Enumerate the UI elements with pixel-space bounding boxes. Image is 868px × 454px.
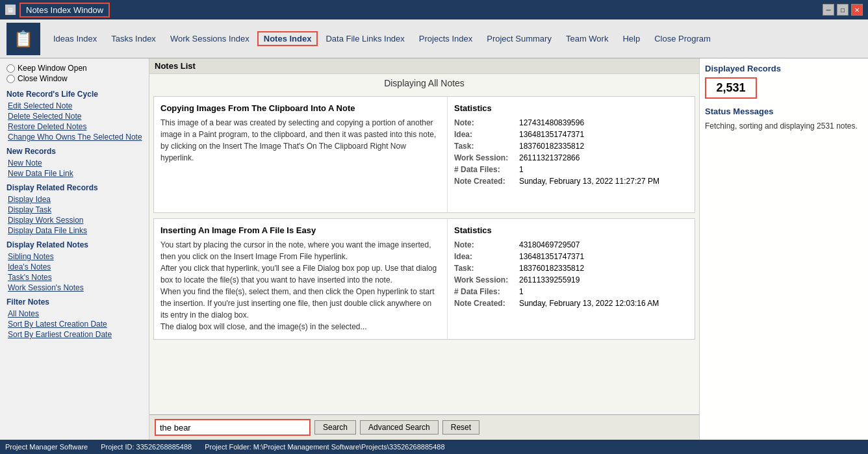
filter-notes-section-title: Filter Notes (6, 297, 142, 307)
sort-latest-link[interactable]: Sort By Latest Creation Date (6, 320, 142, 329)
status-bar: Project Manager Software Project ID: 335… (0, 440, 868, 454)
menu-item-data-file-links-index[interactable]: Data File Links Index (319, 31, 411, 46)
sort-earliest-link[interactable]: Sort By Earliest Creation Date (6, 330, 142, 339)
keep-window-radio-input[interactable] (6, 64, 15, 73)
display-related-notes-section-title: Display Related Notes (6, 240, 142, 249)
stat-note-1: Note: 127431480839596 (454, 118, 688, 127)
display-work-session-link[interactable]: Display Work Session (6, 216, 142, 225)
status-message-text: Fetching, sorting and displaying 2531 no… (705, 120, 863, 132)
close-window-radio-input[interactable] (6, 75, 15, 83)
menu-item-team-work[interactable]: Team Work (559, 31, 615, 46)
note-stats-2: Statistics Note: 43180469729507 Idea: 13… (448, 219, 695, 339)
stat-data-files-2: # Data Files: 1 (454, 287, 688, 296)
keep-window-label: Keep Window Open (18, 64, 87, 73)
display-idea-link[interactable]: Display Idea (6, 195, 142, 204)
displayed-records-title: Displayed Records (705, 64, 863, 73)
sibling-notes-link[interactable]: Sibling Notes (6, 252, 142, 261)
restore-button[interactable]: □ (837, 4, 849, 16)
search-button[interactable]: Search (314, 420, 356, 435)
delete-selected-note-link[interactable]: Delete Selected Note (6, 112, 142, 121)
stat-idea-1: Idea: 136481351747371 (454, 130, 688, 139)
stat-task-2: Task: 183760182335812 (454, 264, 688, 273)
menu-bar: 📋 Ideas Index Tasks Index Work Sessions … (0, 19, 868, 58)
left-panel: Keep Window Open Close Window Note Recor… (0, 58, 149, 440)
window-title: Notes Index Window (19, 3, 110, 18)
menu-item-help[interactable]: Help (616, 31, 646, 46)
work-sessions-notes-link[interactable]: Work Session's Notes (6, 283, 142, 292)
note-card-1[interactable]: Copying Images From The Clipboard Into A… (153, 96, 695, 213)
ideas-notes-link[interactable]: Idea's Notes (6, 262, 142, 271)
close-window-radio[interactable]: Close Window (6, 74, 142, 83)
menu-item-projects-index[interactable]: Projects Index (413, 31, 479, 46)
reset-button[interactable]: Reset (442, 420, 479, 435)
change-owner-link[interactable]: Change Who Owns The Selected Note (6, 132, 142, 142)
note-title-2: Inserting An Image From A File Is Easy (160, 225, 440, 235)
title-bar: 🖥 Notes Index Window ─ □ ✕ (0, 0, 868, 19)
note-text-2: You start by placing the cursor in the n… (160, 239, 440, 333)
close-window-label: Close Window (18, 74, 68, 83)
edit-selected-note-link[interactable]: Edit Selected Note (6, 101, 142, 110)
note-text-1: This image of a bear was created by sele… (160, 117, 440, 164)
window-controls: ─ □ ✕ (823, 4, 863, 16)
right-panel: Displayed Records 2,531 Status Messages … (699, 58, 868, 440)
note-content-1: Copying Images From The Clipboard Into A… (154, 97, 448, 212)
stat-idea-2: Idea: 136481351747371 (454, 252, 688, 261)
new-data-file-link-link[interactable]: New Data File Link (6, 169, 142, 178)
status-messages-section: Status Messages Fetching, sorting and di… (705, 107, 863, 132)
status-app: Project Manager Software (5, 443, 88, 451)
lifecycle-section-title: Note Record's Life Cycle (6, 90, 142, 99)
stat-work-session-1: Work Session: 26111321372866 (454, 153, 688, 162)
display-related-records-section-title: Display Related Records (6, 183, 142, 192)
keep-window-open-radio[interactable]: Keep Window Open (6, 64, 142, 73)
notes-container[interactable]: Copying Images From The Clipboard Into A… (149, 92, 699, 414)
new-note-link[interactable]: New Note (6, 158, 142, 168)
note-content-2: Inserting An Image From A File Is Easy Y… (154, 219, 448, 339)
record-count: 2,531 (705, 77, 757, 99)
restore-deleted-notes-link[interactable]: Restore Deleted Notes (6, 122, 142, 131)
all-notes-link[interactable]: All Notes (6, 309, 142, 318)
menu-items: Ideas Index Tasks Index Work Sessions In… (47, 31, 862, 46)
note-title-1: Copying Images From The Clipboard Into A… (160, 103, 440, 113)
status-project-folder: Project Folder: M:\Project Management So… (205, 443, 444, 451)
new-records-section-title: New Records (6, 147, 142, 156)
search-bar: Search Advanced Search Reset (149, 414, 699, 440)
stat-work-session-2: Work Session: 26111339255919 (454, 275, 688, 284)
menu-item-work-sessions-index[interactable]: Work Sessions Index (164, 31, 256, 46)
menu-item-close-program[interactable]: Close Program (648, 31, 717, 46)
advanced-search-button[interactable]: Advanced Search (360, 420, 439, 435)
stat-note-2: Note: 43180469729507 (454, 240, 688, 249)
menu-item-tasks-index[interactable]: Tasks Index (105, 31, 162, 46)
display-data-file-links-link[interactable]: Display Data File Links (6, 226, 142, 235)
search-input[interactable] (155, 419, 311, 436)
menu-item-project-summary[interactable]: Project Summary (480, 31, 558, 46)
notes-list-header: Notes List (149, 58, 699, 74)
stats-title-1: Statistics (454, 103, 688, 113)
center-panel: Notes List Displaying All Notes Copying … (149, 58, 699, 440)
note-card-2[interactable]: Inserting An Image From A File Is Easy Y… (153, 218, 695, 340)
display-task-link[interactable]: Display Task (6, 205, 142, 214)
displaying-all-label: Displaying All Notes (149, 74, 699, 92)
tasks-notes-link[interactable]: Task's Notes (6, 273, 142, 282)
minimize-button[interactable]: ─ (823, 4, 834, 16)
app-logo: 📋 (6, 23, 40, 55)
stats-title-2: Statistics (454, 225, 688, 235)
menu-item-ideas-index[interactable]: Ideas Index (47, 31, 103, 46)
stat-note-created-2: Note Created: Sunday, February 13, 2022 … (454, 299, 688, 308)
status-messages-title: Status Messages (705, 107, 863, 116)
window-mode-group: Keep Window Open Close Window (6, 64, 142, 83)
status-project-id: Project ID: 33526268885488 (101, 443, 192, 451)
menu-item-notes-index[interactable]: Notes Index (257, 31, 318, 46)
app-icon: 🖥 (5, 5, 16, 15)
close-button[interactable]: ✕ (851, 4, 863, 16)
stat-task-1: Task: 183760182335812 (454, 142, 688, 151)
note-stats-1: Statistics Note: 127431480839596 Idea: 1… (448, 97, 695, 212)
main-content: Keep Window Open Close Window Note Recor… (0, 58, 868, 440)
stat-data-files-1: # Data Files: 1 (454, 165, 688, 174)
stat-note-created-1: Note Created: Sunday, February 13, 2022 … (454, 177, 688, 186)
